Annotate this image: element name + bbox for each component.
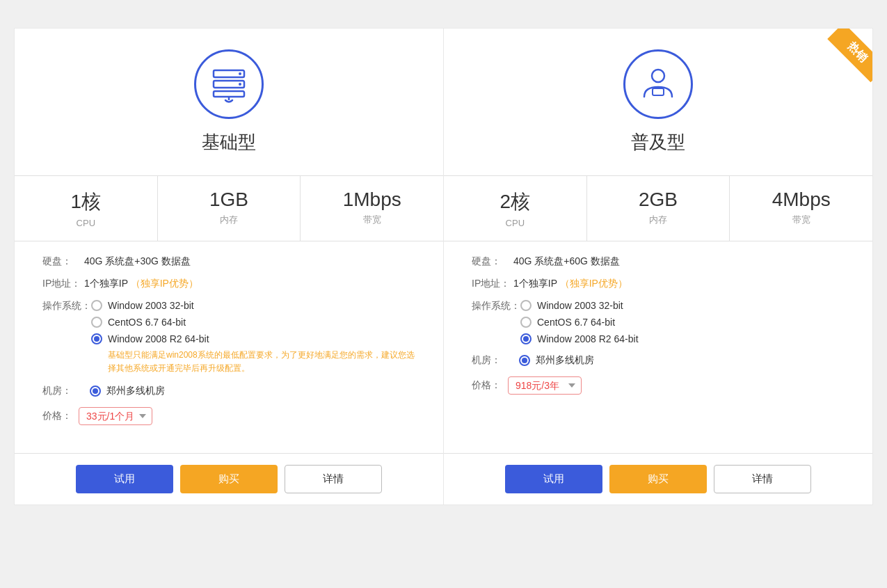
disk-value: 40G 系统盘+30G 数据盘 [84,255,191,268]
card-header: 基础型 [15,29,443,175]
buttons-row: 试用 购买 详情 [444,453,872,504]
person-icon [623,49,693,119]
ip-link[interactable]: （独享IP优势） [131,278,198,289]
price-row: 价格： 33元/1个月90元/3个月330元/1年 [42,407,415,425]
radio-dot [520,317,532,328]
spec-label: 内存 [649,214,667,226]
radio-label: CentOS 6.7 64-bit [108,317,186,328]
radio-item-os[interactable]: Window 2003 32-bit [520,300,639,311]
datacenter-radio [519,355,530,366]
svg-rect-4 [214,91,244,97]
spec-item: 4Mbps 带宽 [730,176,872,241]
spec-item: 1Mbps 带宽 [301,176,443,241]
radio-label: Window 2008 R2 64-bit [108,333,209,344]
detail-button[interactable]: 详情 [285,465,382,493]
specs-row: 2核 CPU 2GB 内存 4Mbps 带宽 [444,176,872,241]
radio-label: CentOS 6.7 64-bit [537,317,615,328]
buy-button[interactable]: 购买 [609,465,707,493]
trial-button[interactable]: 试用 [76,465,173,493]
datacenter-value: 郑州多线机房 [536,354,594,367]
radio-item-os[interactable]: CentOS 6.7 64-bit [520,317,639,328]
radio-item-os[interactable]: Window 2008 R2 64-bit [520,333,639,344]
radio-item-os[interactable]: CentOS 6.7 64-bit [91,317,415,328]
spec-value: 2GB [639,189,678,211]
buy-button[interactable]: 购买 [180,465,278,493]
disk-row: 硬盘： 40G 系统盘+30G 数据盘 [42,255,415,268]
radio-item-os[interactable]: Window 2008 R2 64-bit [91,333,415,344]
spec-item: 1GB 内存 [158,176,301,241]
disk-label: 硬盘： [472,255,513,268]
card-title: 基础型 [202,130,256,154]
details-section: 硬盘： 40G 系统盘+60G 数据盘 IP地址： 1个独享IP （独享IP优势… [444,241,872,453]
ip-label: IP地址： [42,278,84,290]
price-row: 价格： 918元/3年33元/1个月90元/3个月 [472,376,845,395]
radio-group-os: Window 2003 32-bit CentOS 6.7 64-bit Win… [91,300,415,344]
cards-container: 基础型 1核 CPU 1GB 内存 1Mbps 带宽 硬盘： 40G 系统盘+3… [14,28,873,505]
os-options: Window 2003 32-bit CentOS 6.7 64-bit Win… [91,300,415,375]
spec-label: 带宽 [363,214,381,226]
card-basic: 基础型 1核 CPU 1GB 内存 1Mbps 带宽 硬盘： 40G 系统盘+3… [14,28,444,505]
os-row: 操作系统： Window 2003 32-bit CentOS 6.7 64-b… [42,300,415,375]
spec-label: CPU [77,218,95,228]
ip-link[interactable]: （独享IP优势） [560,278,628,289]
svg-point-3 [239,83,241,86]
spec-value: 1GB [209,189,248,211]
disk-label: 硬盘： [42,255,84,268]
spec-label: CPU [506,218,525,228]
card-popular: 热销 普及型 2核 CPU 2GB 内存 4Mbps 带宽 [444,28,873,505]
ip-value: 1个独享IP （独享IP优势） [84,278,198,290]
ip-value: 1个独享IP （独享IP优势） [513,278,628,290]
specs-row: 1核 CPU 1GB 内存 1Mbps 带宽 [15,176,443,241]
ip-row: IP地址： 1个独享IP （独享IP优势） [42,278,415,290]
svg-rect-7 [653,88,664,95]
os-warning: 基础型只能满足win2008系统的最低配置要求，为了更好地满足您的需求，建议您选… [108,349,415,375]
price-label: 价格： [42,410,72,422]
spec-label: 内存 [220,214,238,226]
radio-label: Window 2003 32-bit [537,300,623,311]
radio-dot [520,333,532,344]
spec-value: 4Mbps [772,189,831,211]
radio-dot [91,333,102,344]
radio-dot [520,300,532,311]
radio-label: Window 2003 32-bit [108,300,194,311]
card-header: 普及型 [444,29,872,175]
os-label: 操作系统： [42,300,91,312]
ip-row: IP地址： 1个独享IP （独享IP优势） [472,278,845,290]
radio-group-os: Window 2003 32-bit CentOS 6.7 64-bit Win… [520,300,639,344]
buttons-row: 试用 购买 详情 [15,453,443,504]
radio-dot [91,317,102,328]
datacenter-label: 机房： [472,354,513,367]
card-title: 普及型 [631,130,685,154]
detail-button[interactable]: 详情 [714,465,811,493]
datacenter-row: 机房： 郑州多线机房 [472,354,845,367]
datacenter-label: 机房： [42,385,84,397]
spec-item: 2核 CPU [444,176,587,241]
spec-value: 1核 [71,189,102,215]
spec-value: 1Mbps [343,189,401,211]
trial-button[interactable]: 试用 [505,465,602,493]
datacenter-radio [90,386,101,397]
price-label: 价格： [472,379,501,392]
details-section: 硬盘： 40G 系统盘+30G 数据盘 IP地址： 1个独享IP （独享IP优势… [15,241,443,453]
spec-value: 2核 [500,189,531,215]
spec-item: 1核 CPU [15,176,158,241]
disk-row: 硬盘： 40G 系统盘+60G 数据盘 [472,255,845,268]
os-row: 操作系统： Window 2003 32-bit CentOS 6.7 64-b… [472,300,845,344]
os-label: 操作系统： [472,300,520,312]
radio-item-os[interactable]: Window 2003 32-bit [91,300,415,311]
disk-value: 40G 系统盘+60G 数据盘 [513,255,620,268]
svg-point-2 [239,72,241,75]
price-select[interactable]: 918元/3年33元/1个月90元/3个月 [508,376,582,395]
datacenter-row: 机房： 郑州多线机房 [42,385,415,397]
radio-dot [91,300,102,311]
datacenter-value: 郑州多线机房 [106,385,165,397]
spec-item: 2GB 内存 [587,176,730,241]
ip-label: IP地址： [472,278,513,290]
spec-label: 带宽 [792,214,810,226]
os-options: Window 2003 32-bit CentOS 6.7 64-bit Win… [520,300,639,344]
server-icon [194,49,264,119]
svg-point-6 [652,70,664,82]
radio-label: Window 2008 R2 64-bit [537,333,639,344]
price-select[interactable]: 33元/1个月90元/3个月330元/1年 [79,407,152,425]
